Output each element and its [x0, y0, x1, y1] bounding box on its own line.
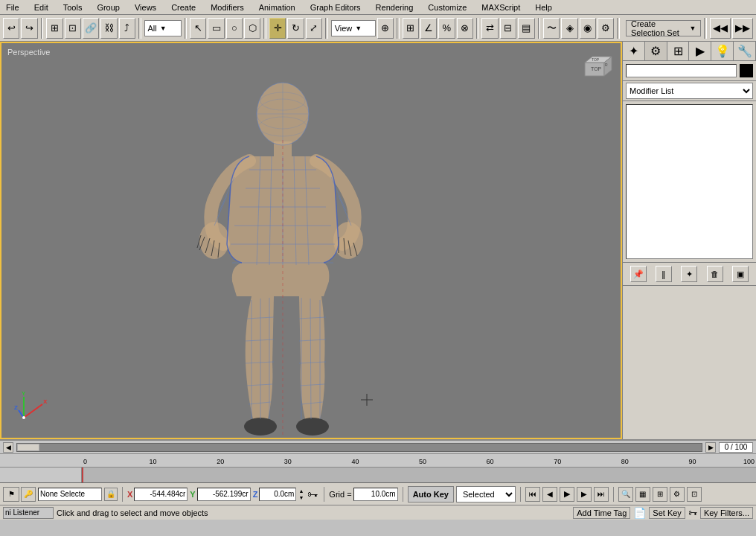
align-button[interactable]: ⊟: [500, 18, 516, 39]
viewport-config-button[interactable]: ⚙: [670, 487, 685, 502]
bind-to-space-warp[interactable]: ⤴: [119, 18, 135, 39]
layer-manager[interactable]: ▤: [518, 18, 534, 39]
viewport[interactable]: Perspective TOP TOP R: [0, 42, 622, 439]
redo-button[interactable]: ↪: [21, 18, 37, 39]
selected-dropdown[interactable]: Selected: [456, 486, 516, 502]
make-unique-button[interactable]: ✦: [681, 266, 697, 282]
select-by-region-button[interactable]: ⊡: [65, 18, 81, 39]
select-by-name-button[interactable]: ⊞: [46, 18, 63, 39]
menu-file[interactable]: File: [3, 1, 22, 13]
motion-panel-tab[interactable]: ▶: [689, 42, 711, 60]
select-move-button[interactable]: ✛: [269, 18, 286, 39]
status-message: Click and drag to select and move object…: [57, 508, 570, 517]
filter-dropdown[interactable]: All ▼: [144, 20, 182, 36]
configure-mod-sets-button[interactable]: ▣: [732, 266, 749, 282]
play-button[interactable]: ▶: [560, 487, 574, 502]
menu-graph-editors[interactable]: Graph Editors: [307, 1, 364, 13]
go-end-button[interactable]: ⏭: [594, 487, 609, 502]
unlink-button[interactable]: ⛓: [100, 18, 117, 39]
utilities-panel-tab[interactable]: 🔧: [734, 42, 756, 60]
key-icon-btn[interactable]: 🗝: [688, 508, 697, 518]
use-pivot-center[interactable]: ⊕: [377, 18, 394, 39]
menu-rendering[interactable]: Rendering: [373, 1, 417, 13]
svg-text:X: X: [43, 398, 48, 405]
timeline-track[interactable]: [0, 468, 756, 482]
nav-prev[interactable]: ◀◀: [710, 18, 731, 39]
percent-snap[interactable]: %: [438, 18, 455, 39]
modify-panel-tab[interactable]: ⚙: [645, 42, 667, 60]
y-coord-field: Y: [190, 488, 250, 501]
render-setup[interactable]: ⚙: [598, 18, 614, 39]
add-time-tag-button[interactable]: Add Time Tag: [573, 507, 630, 519]
x-coord-input[interactable]: [134, 488, 188, 501]
undo-button[interactable]: ↩: [3, 18, 19, 39]
nav-cube[interactable]: TOP TOP R: [576, 49, 613, 86]
set-key-label[interactable]: Set Key: [649, 507, 685, 519]
animate-mode-button[interactable]: ⚑ 🔑: [3, 487, 36, 502]
reference-coord-dropdown[interactable]: View ▼: [331, 20, 376, 36]
pin-stack-button[interactable]: 📌: [630, 266, 647, 282]
menu-create[interactable]: Create: [168, 1, 199, 13]
curve-editor[interactable]: 〜: [543, 18, 560, 39]
select-region-circle[interactable]: ○: [226, 18, 243, 39]
menu-customize[interactable]: Customize: [425, 1, 470, 13]
view-grid-button[interactable]: ▦: [635, 487, 650, 502]
link-button[interactable]: 🔗: [83, 18, 99, 39]
next-frame-button[interactable]: ▶: [577, 487, 592, 502]
remove-modifier-button[interactable]: 🗑: [707, 266, 723, 282]
search-button[interactable]: 🔍: [618, 487, 633, 502]
scroll-left-arrow[interactable]: ◀: [3, 442, 13, 453]
prev-frame-button[interactable]: ◀: [542, 487, 557, 502]
auto-key-button[interactable]: Auto Key: [408, 486, 454, 502]
zoom-extents-button[interactable]: ⊞: [653, 487, 667, 502]
menu-modifiers[interactable]: Modifiers: [208, 1, 247, 13]
object-name-input[interactable]: [626, 64, 737, 77]
modifier-list-dropdown[interactable]: Modifier List: [626, 83, 753, 99]
angle-snap[interactable]: ∠: [420, 18, 437, 39]
lock-selection-button[interactable]: 🔒: [104, 488, 118, 501]
display-panel-tab[interactable]: 💡: [711, 42, 734, 60]
y-label: Y: [190, 490, 195, 499]
track-area[interactable]: [82, 468, 756, 482]
rotate-button[interactable]: ↻: [287, 18, 304, 39]
select-region-fence[interactable]: ⬡: [244, 18, 260, 39]
z-spinner[interactable]: ▲ ▼: [298, 488, 304, 501]
modifier-list-container: Modifier List: [623, 81, 756, 101]
color-swatch[interactable]: [740, 64, 753, 77]
filter-arrow: ▼: [160, 25, 167, 32]
select-region-rect[interactable]: ▭: [208, 18, 224, 39]
y-coord-input[interactable]: [197, 488, 251, 501]
menu-maxscript[interactable]: MAXScript: [478, 1, 523, 13]
listener-label[interactable]: ni Listener: [3, 507, 54, 519]
timeline-scroll-bar[interactable]: [16, 443, 702, 452]
schematic-view[interactable]: ◈: [561, 18, 577, 39]
mirror-button[interactable]: ⇄: [481, 18, 498, 39]
hierarchy-panel-tab[interactable]: ⊞: [667, 42, 690, 60]
menu-animation[interactable]: Animation: [256, 1, 298, 13]
key-mode-toggle[interactable]: 🔑: [21, 487, 36, 502]
transport-separator: [520, 487, 521, 502]
maximize-viewport[interactable]: ⊡: [687, 487, 702, 502]
menu-help[interactable]: Help: [532, 1, 555, 13]
menu-views[interactable]: Views: [132, 1, 159, 13]
z-coord-input[interactable]: [259, 488, 296, 501]
snap-toggle[interactable]: ⊞: [403, 18, 419, 39]
menu-group[interactable]: Group: [94, 1, 123, 13]
toolbar-separator-4: [263, 18, 266, 39]
nav-next[interactable]: ▶▶: [732, 18, 753, 39]
spinner-snap[interactable]: ⊗: [457, 18, 473, 39]
go-start-button[interactable]: ⏮: [525, 487, 540, 502]
select-tool[interactable]: ↖: [190, 18, 206, 39]
grid-field: Grid =: [329, 488, 397, 501]
material-editor[interactable]: ◉: [580, 18, 596, 39]
show-end-result-button[interactable]: ‖: [656, 266, 672, 282]
scale-button[interactable]: ⤢: [306, 18, 322, 39]
menu-edit[interactable]: Edit: [31, 1, 51, 13]
grid-input[interactable]: [353, 488, 398, 501]
create-panel-tab[interactable]: ✦: [623, 42, 645, 60]
set-key-button[interactable]: ⚑: [3, 487, 19, 502]
create-selection-set[interactable]: Create Selection Set ▼: [626, 20, 701, 36]
menu-tools[interactable]: Tools: [60, 1, 86, 13]
scroll-right-arrow[interactable]: ▶: [705, 442, 716, 453]
key-filters-button[interactable]: Key Filters...: [700, 507, 753, 519]
